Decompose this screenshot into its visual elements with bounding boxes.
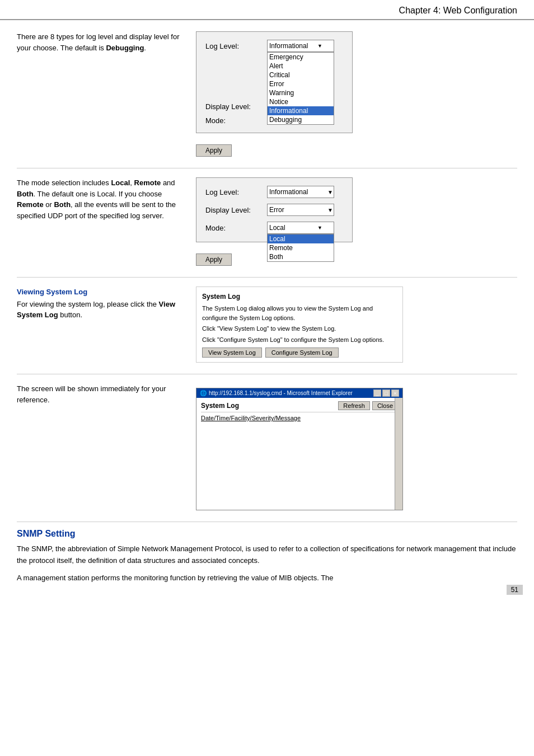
snmp-para2: A management station performs the monito… [17, 572, 517, 584]
section2-local: Local [111, 179, 130, 187]
section2-both: Both [17, 190, 34, 198]
section4-text: The screen will be shown immediately for… [17, 384, 166, 404]
section2-and: and [161, 179, 175, 187]
mode-selected: Local [269, 224, 285, 232]
browser-content-header: System Log Refresh Close [201, 401, 398, 412]
display-level-select-2[interactable]: Error [267, 204, 334, 216]
browser-window: 🌐 http://192.168.1.1/syslog.cmd - Micros… [196, 388, 403, 510]
table-header: Date/Time/Facility/Severity/Message [201, 415, 398, 421]
log-level-label-2: Log Level: [205, 188, 267, 196]
mode-options: Local Remote Both [267, 234, 334, 262]
section2-left: The mode selection includes Local, Remot… [17, 177, 196, 221]
browser-title-text: http://192.168.1.1/syslog.cmd - Microsof… [209, 390, 353, 396]
divider1 [17, 168, 517, 168]
snmp-heading: SNMP Setting [17, 529, 517, 539]
main-content: There are 8 types for log level and disp… [0, 20, 534, 600]
section1-debugging: Debugging [106, 44, 144, 52]
section2-text1: The mode selection includes [17, 179, 111, 187]
option-warning[interactable]: Warning [268, 88, 334, 97]
section2-remote: Remote [134, 179, 161, 187]
section2-remote2: Remote [17, 200, 44, 209]
view-system-log-button[interactable]: View System Log [202, 348, 262, 358]
section2-right: Log Level: Informational ▼ Display Level… [196, 177, 517, 266]
browser-content: System Log Refresh Close Date/Time/Facil… [196, 398, 402, 510]
system-log-click1: Click "View System Log" to view the Syst… [202, 324, 397, 334]
log-level-row-2: Log Level: Informational ▼ [205, 186, 343, 198]
apply-button-2[interactable]: Apply [196, 253, 232, 266]
browser-content-title: System Log [201, 402, 239, 410]
section3-left: Viewing System Log For viewing the syste… [17, 287, 196, 321]
system-log-buttons: View System Log Configure System Log [202, 348, 397, 358]
chapter-title: Chapter 4: Web Configuration [399, 6, 517, 16]
divider2 [17, 277, 517, 278]
log-level-row: Log Level: Informational ▼ Emergency Ale… [205, 40, 343, 52]
option-notice[interactable]: Notice [268, 97, 334, 106]
log-level-dropdown-2[interactable]: Informational ▼ [267, 186, 334, 198]
browser-content-wrap: System Log Refresh Close Date/Time/Facil… [196, 398, 402, 510]
apply-button-1[interactable]: Apply [196, 144, 232, 157]
browser-titlebar-left: 🌐 http://192.168.1.1/syslog.cmd - Micros… [200, 390, 353, 396]
option-local[interactable]: Local [268, 234, 334, 243]
mode-row-2: Mode: Local ▼ Local Remote Both [205, 222, 343, 234]
section2-or: or [44, 200, 54, 209]
option-alert[interactable]: Alert [268, 62, 334, 71]
dropdown-arrow-icon: ▼ [317, 43, 322, 49]
mode-label-1: Mode: [205, 116, 267, 125]
section4-left: The screen will be shown immediately for… [17, 383, 196, 405]
configure-system-log-button[interactable]: Configure System Log [265, 348, 339, 358]
option-emergency[interactable]: Emergency [268, 53, 334, 62]
mode-dropdown-open[interactable]: Local ▼ Local Remote Both [267, 222, 334, 234]
option-debugging[interactable]: Debugging [268, 115, 334, 124]
browser-scrollbar[interactable] [395, 398, 402, 510]
log-level-trigger[interactable]: Informational ▼ [267, 40, 334, 52]
option-remote[interactable]: Remote [268, 243, 334, 252]
snmp-section: SNMP Setting The SNMP, the abbreviation … [17, 522, 517, 584]
browser-titlebar: 🌐 http://192.168.1.1/syslog.cmd - Micros… [196, 388, 402, 398]
system-log-box-title: System Log [202, 292, 397, 302]
section2-both2: Both [54, 200, 71, 209]
section1-text-p2: . [144, 44, 146, 52]
system-log-desc: The System Log dialog allows you to view… [202, 304, 397, 322]
system-log-box: System Log The System Log dialog allows … [196, 287, 403, 363]
log-level-dropdown-open[interactable]: Informational ▼ Emergency Alert Critical… [267, 40, 334, 52]
log-level-selected: Informational [269, 42, 308, 50]
mode-trigger[interactable]: Local ▼ [267, 222, 334, 234]
section4-row: The screen will be shown immediately for… [17, 383, 517, 510]
section3-subtext: For viewing the system log, please click… [17, 300, 159, 308]
display-level-row-2: Display Level: Error ▼ [205, 204, 343, 216]
section1-row: There are 8 types for log level and disp… [17, 31, 517, 157]
option-informational[interactable]: Informational [268, 106, 334, 115]
section2-rest: . The default one is Local. If you choos… [34, 190, 162, 198]
option-both[interactable]: Both [268, 252, 334, 261]
display-level-label-1: Display Level: [205, 102, 267, 111]
option-error[interactable]: Error [268, 79, 334, 88]
page-header: Chapter 4: Web Configuration [0, 0, 534, 20]
section2-row: The mode selection includes Local, Remot… [17, 177, 517, 266]
browser-header-buttons: Refresh Close [338, 401, 398, 410]
minimize-button[interactable]: _ [373, 389, 381, 397]
refresh-button[interactable]: Refresh [338, 401, 370, 410]
page-container: Chapter 4: Web Configuration There are 8… [0, 0, 534, 756]
close-window-button[interactable]: × [391, 389, 399, 397]
dropdown-arrow-mode-icon: ▼ [317, 225, 322, 231]
section1-right: Log Level: Informational ▼ Emergency Ale… [196, 31, 517, 157]
divider3 [17, 374, 517, 374]
mode-label-2: Mode: [205, 224, 267, 232]
system-log-click2: Click "Configure System Log" to configur… [202, 335, 397, 345]
option-critical[interactable]: Critical [268, 71, 334, 79]
section1-left: There are 8 types for log level and disp… [17, 31, 196, 53]
section1-form: Log Level: Informational ▼ Emergency Ale… [196, 31, 353, 133]
log-level-label: Log Level: [205, 42, 267, 50]
log-level-select-2[interactable]: Informational [267, 186, 334, 198]
display-level-dropdown-2[interactable]: Error ▼ [267, 204, 334, 216]
maximize-button[interactable]: □ [382, 389, 390, 397]
display-level-label-2: Display Level: [205, 206, 267, 214]
page-number: 51 [507, 585, 523, 595]
log-level-options: Emergency Alert Critical Error Warning N… [267, 52, 334, 125]
section3-end: button. [58, 311, 82, 319]
section2-form: Log Level: Informational ▼ Display Level… [196, 177, 353, 242]
browser-controls: _ □ × [373, 389, 399, 397]
ie-icon: 🌐 [200, 390, 207, 396]
snmp-para1: The SNMP, the abbreviation of Simple Net… [17, 543, 517, 567]
section1-text-p1: There are 8 types for log level and disp… [17, 32, 180, 52]
